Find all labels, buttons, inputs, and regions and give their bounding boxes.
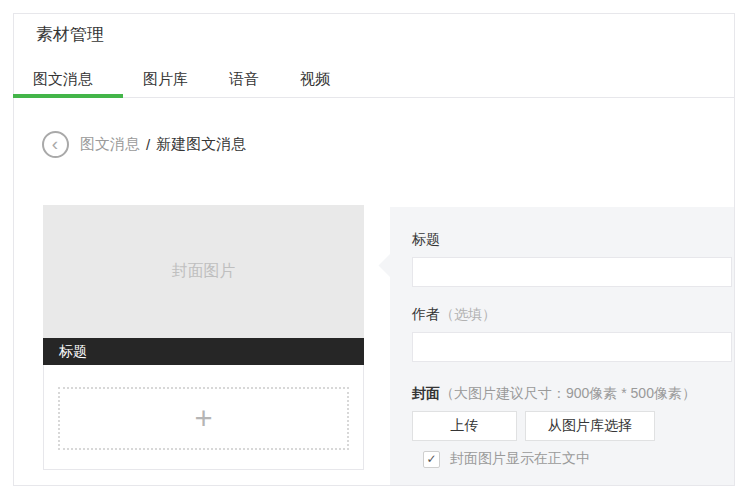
- cover-checkbox-label[interactable]: 封面图片显示在正文中: [450, 450, 590, 468]
- cover-label-text: 封面: [412, 385, 440, 401]
- author-optional-hint: （选填）: [440, 306, 496, 322]
- breadcrumb-separator: /: [146, 136, 150, 153]
- cover-in-body-checkbox[interactable]: ✓: [423, 451, 440, 468]
- upload-button[interactable]: 上传: [412, 411, 517, 441]
- author-input[interactable]: [412, 332, 732, 362]
- page-title: 素材管理: [36, 23, 104, 46]
- cover-buttons-row: 上传 从图片库选择: [412, 411, 655, 441]
- cover-image-placeholder[interactable]: 封面图片: [43, 205, 364, 338]
- breadcrumb-parent[interactable]: 图文消息: [80, 135, 140, 154]
- tab-image-text-message[interactable]: 图文消息: [33, 69, 93, 89]
- article-preview-card: 封面图片 标题 +: [43, 205, 364, 470]
- back-arrow-icon: ‹: [52, 134, 58, 153]
- edit-form-panel: 标题 作者（选填） 封面（大图片建议尺寸：900像素 * 500像素） 上传 从…: [390, 207, 734, 485]
- cover-size-hint: （大图片建议尺寸：900像素 * 500像素）: [440, 385, 696, 401]
- tab-video[interactable]: 视频: [300, 69, 330, 89]
- preview-title-bar: 标题: [43, 338, 364, 365]
- panel-pointer: [378, 253, 402, 277]
- title-label: 标题: [412, 231, 440, 249]
- tab-image-library[interactable]: 图片库: [143, 69, 188, 89]
- preview-title-text: 标题: [59, 343, 87, 359]
- add-article-dropzone[interactable]: +: [58, 387, 349, 450]
- author-label: 作者（选填）: [412, 306, 496, 324]
- back-button[interactable]: ‹: [42, 131, 69, 158]
- author-label-text: 作者: [412, 306, 440, 322]
- choose-from-library-button[interactable]: 从图片库选择: [525, 411, 655, 441]
- breadcrumb: ‹ 图文消息 / 新建图文消息: [42, 131, 246, 158]
- cover-placeholder-label: 封面图片: [172, 261, 236, 282]
- title-input[interactable]: [412, 257, 732, 287]
- cover-label: 封面（大图片建议尺寸：900像素 * 500像素）: [412, 385, 696, 403]
- breadcrumb-current: 新建图文消息: [156, 135, 246, 154]
- cover-checkbox-row: ✓ 封面图片显示在正文中: [423, 450, 590, 468]
- checkmark-icon: ✓: [426, 453, 436, 465]
- tab-voice[interactable]: 语音: [229, 69, 259, 89]
- plus-icon: +: [194, 403, 212, 434]
- preview-body: +: [43, 365, 364, 470]
- active-tab-indicator: [13, 94, 123, 98]
- material-management-card: 素材管理 图文消息 图片库 语音 视频 ‹ 图文消息 / 新建图文消息 封面图片…: [13, 13, 735, 486]
